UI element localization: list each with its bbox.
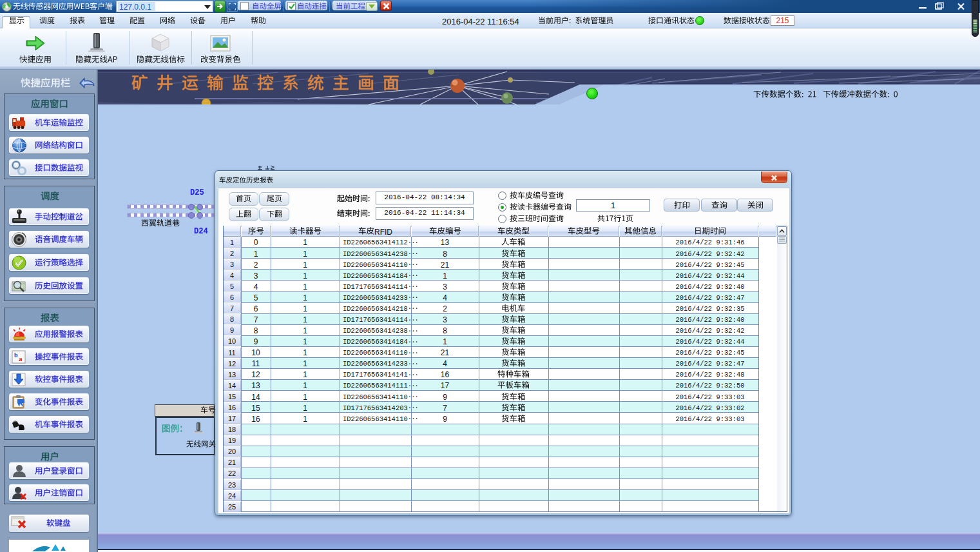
svg-text:a: a bbox=[19, 355, 23, 362]
svg-text:b: b bbox=[14, 351, 18, 359]
